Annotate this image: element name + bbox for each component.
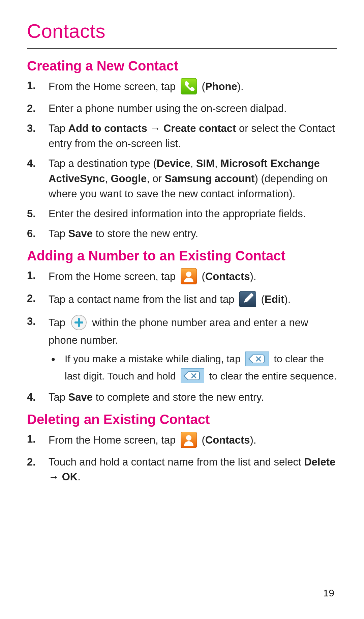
step-text: Enter a phone number using the on-screen… [49,103,287,114]
step-text: ). [250,271,256,282]
step-text: to store the new entry. [93,228,198,240]
step-text: , [105,173,111,185]
step: Enter the desired information into the a… [27,206,337,222]
step-text: , or [147,173,164,185]
icon-label: Contacts [205,271,250,282]
section-heading-creating: Creating a New Contact [27,58,337,74]
step: From the Home screen, tap (Contacts). [27,268,337,286]
step-text: ( [202,434,205,446]
edit-icon [239,291,256,307]
step-text: ). [284,293,291,305]
bold-text: OK [62,471,78,483]
steps-creating: From the Home screen, tap (Phone). Enter… [27,78,337,242]
section-heading-deleting: Deleting an Existing Contact [27,412,337,427]
step-text: . [78,471,81,483]
step-text: From the Home screen, tap [49,434,179,446]
title-divider [27,48,337,49]
step-text: within the phone number area and enter a… [49,317,308,346]
svg-point-10 [186,435,191,441]
bold-text: Device [157,158,190,169]
page-number: 19 [323,587,334,599]
icon-label: Phone [205,81,237,92]
step: Tap Add to contacts → Create contact or … [27,121,337,151]
steps-deleting: From the Home screen, tap (Contacts). To… [27,432,337,485]
step-text: Tap [49,122,68,134]
backspace-icon [245,351,269,366]
step-text: From the Home screen, tap [49,81,179,92]
step-text: ( [202,271,205,282]
step: Tap within the phone number area and ent… [27,314,337,385]
step-text: From the Home screen, tap [49,271,179,282]
bold-text: Google [111,173,147,185]
icon-label: Contacts [205,434,250,446]
bullet-text: to clear the entire sequence. [209,370,337,382]
bold-text: Save [68,228,93,240]
bold-text: Save [68,391,93,403]
step-text: Tap a contact name from the list and tap [49,293,237,305]
phone-icon [181,78,197,94]
svg-point-2 [186,272,191,277]
arrow-icon: → [147,122,163,134]
manual-page: Contacts Creating a New Contact From the… [0,0,364,619]
step-text: , [190,158,196,169]
bold-text: Create contact [163,122,236,134]
step-text: ( [202,81,205,92]
step-text: ). [250,434,256,446]
bold-text: Delete [304,456,335,468]
step-text: Tap [49,228,68,240]
step: Touch and hold a contact name from the l… [27,455,337,485]
steps-adding: From the Home screen, tap (Contacts). Ta… [27,268,337,405]
svg-rect-6 [74,321,83,323]
step-text: Tap a destination type ( [49,158,157,169]
section-heading-adding: Adding a Number to an Existing Contact [27,248,337,263]
step: Tap Save to store the new entry. [27,226,337,242]
contacts-icon [181,432,197,448]
bold-text: Samsung account [165,173,255,185]
bullet: If you make a mistake while dialing, tap… [49,351,337,385]
step: Tap a destination type (Device, SIM, Mic… [27,156,337,202]
step-text: , [215,158,220,169]
page-title: Contacts [27,20,337,42]
contacts-icon [181,268,197,284]
bullet-text: If you make a mistake while dialing, tap [65,353,243,364]
step-text: Tap [49,317,68,329]
bold-text: SIM [196,158,215,169]
step: Tap a contact name from the list and tap… [27,291,337,309]
step-text: Touch and hold a contact name from the l… [49,456,304,468]
svg-rect-0 [181,78,197,94]
step: From the Home screen, tap (Phone). [27,78,337,96]
step: Tap Save to complete and store the new e… [27,390,337,405]
sub-bullets: If you make a mistake while dialing, tap… [49,351,337,385]
step-text: to complete and store the new entry. [93,391,264,403]
icon-label: Edit [265,293,284,305]
step-text: ( [261,293,265,305]
step-text: Enter the desired information into the a… [49,208,306,220]
backspace-icon [181,368,204,383]
bold-text: Add to contacts [68,122,147,134]
step-text: ). [237,81,244,92]
step-text: Tap [49,391,68,403]
plus-icon [70,314,87,331]
step: Enter a phone number using the on-screen… [27,101,337,116]
step: From the Home screen, tap (Contacts). [27,432,337,450]
arrow-icon: → [49,471,62,483]
